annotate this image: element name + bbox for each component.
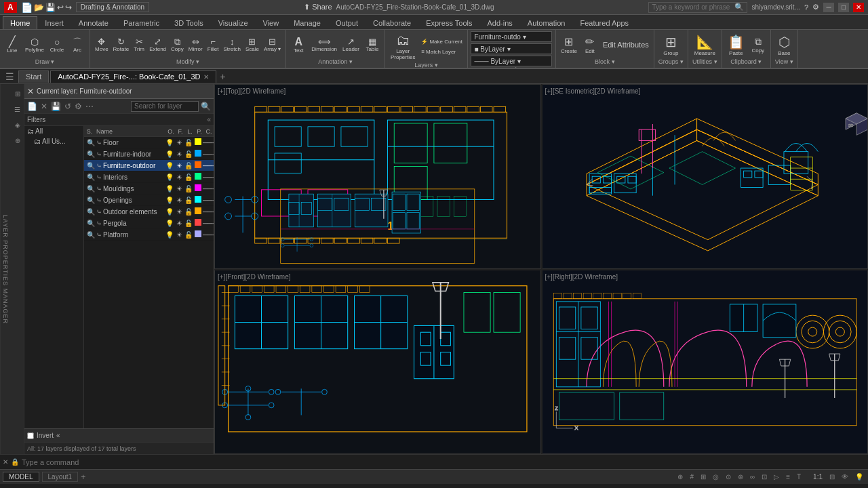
viewport-bottomleft[interactable]: [+][Front][2D Wireframe] xyxy=(214,270,541,455)
rotate-btn[interactable]: ↻Rotate xyxy=(111,36,132,54)
tab-annotate[interactable]: Annotate xyxy=(71,16,116,29)
group-btn[interactable]: ⊞Group xyxy=(660,31,681,58)
model-tab[interactable]: MODEL xyxy=(3,472,39,482)
cmd-cancel-btn[interactable]: ✕ xyxy=(3,458,8,466)
new-layout-btn[interactable]: + xyxy=(81,472,85,482)
workspace-selector[interactable]: Drafting & Annotation xyxy=(76,2,150,12)
save-btn[interactable]: 💾 xyxy=(45,3,56,12)
layout1-tab[interactable]: Layout1 xyxy=(42,472,79,482)
layer-search-btn[interactable]: 🔍 xyxy=(199,102,212,111)
layer-row-outdoor-elements[interactable]: 🔍 ⤷Outdoor elements 💡 ☀ 🔓 ─── xyxy=(84,206,214,218)
search-input[interactable] xyxy=(652,3,733,11)
viewport-topright[interactable]: [+][SE Isometric][2D Wireframe] xyxy=(542,84,869,269)
status-ortho-btn[interactable]: ⊞ xyxy=(698,473,708,481)
maximize-btn[interactable]: □ xyxy=(838,3,849,12)
layer-row-platform[interactable]: 🔍 ⤷Platform 💡 ☀ 🔓 ─── xyxy=(84,229,214,241)
viewport-bottomright[interactable]: [+][Right][2D Wireframe] xyxy=(542,270,869,455)
circle-btn[interactable]: ○Circle xyxy=(47,36,66,54)
clipboard-copy-btn[interactable]: ⧉Copy xyxy=(749,35,768,55)
layer-row-pergola[interactable]: 🔍 ⤷Pergola 💡 ☀ 🔓 ─── xyxy=(84,218,214,229)
line-btn[interactable]: ╱Line xyxy=(3,35,22,55)
share-btn[interactable]: ⬆ Share xyxy=(304,3,332,12)
isolate-btn[interactable]: 💡 xyxy=(853,473,865,481)
status-snap-btn[interactable]: ⊕ xyxy=(675,473,685,481)
annotation-scale[interactable]: 1:1 xyxy=(811,473,825,481)
polyline-btn[interactable]: ⬡Polyline xyxy=(23,36,46,54)
undo-btn[interactable]: ↩ xyxy=(57,3,64,12)
layer-search-input[interactable] xyxy=(131,101,199,112)
layer-row-interiors[interactable]: 🔍 ⤷Interiors 💡 ☀ 🔓 ─── xyxy=(84,171,214,183)
tab-expresstools[interactable]: Express Tools xyxy=(418,16,479,29)
dimension-btn[interactable]: ⟺Dimension xyxy=(309,36,339,54)
lt-settings[interactable]: ⚙ xyxy=(73,102,83,111)
text-btn[interactable]: AText xyxy=(289,35,308,55)
new-tab-btn[interactable]: + xyxy=(218,71,229,82)
move-btn[interactable]: ✥Move xyxy=(93,36,111,54)
array-btn[interactable]: ⊟Array ▾ xyxy=(262,36,283,54)
status-grid-btn[interactable]: # xyxy=(688,473,696,481)
lt-save[interactable]: 💾 xyxy=(50,102,62,111)
tab-manage[interactable]: Manage xyxy=(286,16,328,29)
status-3dosnap-btn[interactable]: ⊛ xyxy=(736,473,745,481)
layer-row-openings[interactable]: 🔍 ⤷Openings 💡 ☀ 🔓 ─── xyxy=(84,195,214,206)
close-btn[interactable]: ✕ xyxy=(853,3,864,12)
edit-attrs-btn[interactable]: Edit Attributes xyxy=(601,39,651,50)
tab-home[interactable]: Home xyxy=(3,16,37,29)
annotation-visibility-btn[interactable]: 👁 xyxy=(840,473,850,481)
make-current-btn[interactable]: ⚡Make Current xyxy=(419,37,464,46)
tab-visualize[interactable]: Visualize xyxy=(211,16,256,29)
sidebar-icon-3[interactable]: ◈ xyxy=(11,118,24,131)
tab-collaborate[interactable]: Collaborate xyxy=(366,16,418,29)
tab-addins[interactable]: Add-ins xyxy=(480,16,520,29)
tab-3dtools[interactable]: 3D Tools xyxy=(167,16,211,29)
layer-row-furniture-outdoor[interactable]: 🔍 ⤷Furniture-outdoor 💡 ☀ 🔓 ─── xyxy=(84,160,214,171)
paste-btn[interactable]: 📋Paste xyxy=(725,31,747,58)
table-btn[interactable]: ▦Table xyxy=(363,36,382,54)
tab-insert[interactable]: Insert xyxy=(37,16,71,29)
open-btn[interactable]: 📂 xyxy=(34,3,44,12)
command-input[interactable] xyxy=(22,458,865,466)
tree-item-all[interactable]: 🗂All xyxy=(24,126,83,136)
tab-start[interactable]: Start xyxy=(18,70,49,83)
status-dyn-btn[interactable]: ▷ xyxy=(772,473,781,481)
measure-btn[interactable]: 📐Measure xyxy=(692,31,718,58)
layer-properties-btn[interactable]: 🗂LayerProperties xyxy=(388,31,418,62)
viewport-scale-btn[interactable]: ⊟ xyxy=(827,473,837,481)
copy-btn[interactable]: ⧉Copy xyxy=(169,36,186,54)
lt-refresh[interactable]: ↺ xyxy=(63,102,73,111)
linetype-dropdown[interactable]: ─── ByLayer ▾ xyxy=(471,56,552,66)
layer-row-furniture-indoor[interactable]: 🔍 ⤷Furniture-indoor 💡 ☀ 🔓 ─── xyxy=(84,148,214,160)
tab-view[interactable]: View xyxy=(256,16,287,29)
hamburger-menu[interactable]: ☰ xyxy=(3,71,17,82)
sidebar-icon-1[interactable]: ⊞ xyxy=(11,87,24,100)
settings-btn[interactable]: ⚙ xyxy=(812,3,819,12)
status-lweight-btn[interactable]: ≡ xyxy=(784,473,792,481)
tab-featuredapps[interactable]: Featured Apps xyxy=(572,16,636,29)
invert-checkbox[interactable] xyxy=(27,432,34,439)
match-layer-btn[interactable]: ≡Match Layer xyxy=(419,47,464,56)
redo-btn[interactable]: ↪ xyxy=(65,3,72,12)
leader-btn[interactable]: ↗Leader xyxy=(340,36,361,54)
status-tspace-btn[interactable]: T xyxy=(795,473,803,481)
layer-dropdown[interactable]: Furniture-outdo ▾ xyxy=(471,31,552,42)
status-polar-btn[interactable]: ◎ xyxy=(711,473,721,481)
sidebar-icon-2[interactable]: ☰ xyxy=(11,102,24,116)
viewport-topleft[interactable]: [+][Top][2D Wireframe] xyxy=(214,84,541,269)
arc-btn[interactable]: ⌒Arc xyxy=(68,36,87,54)
collapse-btn[interactable]: « xyxy=(207,116,211,123)
tab-output[interactable]: Output xyxy=(328,16,366,29)
collapse-panel-btn[interactable]: « xyxy=(56,432,60,439)
stretch-btn[interactable]: ↕Stretch xyxy=(222,36,243,54)
minimize-btn[interactable]: ─ xyxy=(823,3,834,12)
layer-row-floor[interactable]: 🔍 ⤷Floor 💡 ☀ 🔓 ─── xyxy=(84,137,214,148)
status-osnap-btn[interactable]: ⊙ xyxy=(724,473,733,481)
base-btn[interactable]: ⬡Base xyxy=(775,31,793,58)
create-block-btn[interactable]: ⊞Create xyxy=(559,34,579,56)
fillet-btn[interactable]: ⌐Fillet xyxy=(205,36,221,54)
lt-delete[interactable]: ✕ xyxy=(39,102,49,111)
new-btn[interactable]: 📄 xyxy=(21,2,33,13)
scale-btn[interactable]: ⊞Scale xyxy=(243,36,261,54)
tree-item-allused[interactable]: 🗂All Us... xyxy=(24,136,83,146)
search-box[interactable]: 🔍 xyxy=(648,2,747,13)
color-dropdown[interactable]: ■ ByLayer ▾ xyxy=(471,43,552,54)
